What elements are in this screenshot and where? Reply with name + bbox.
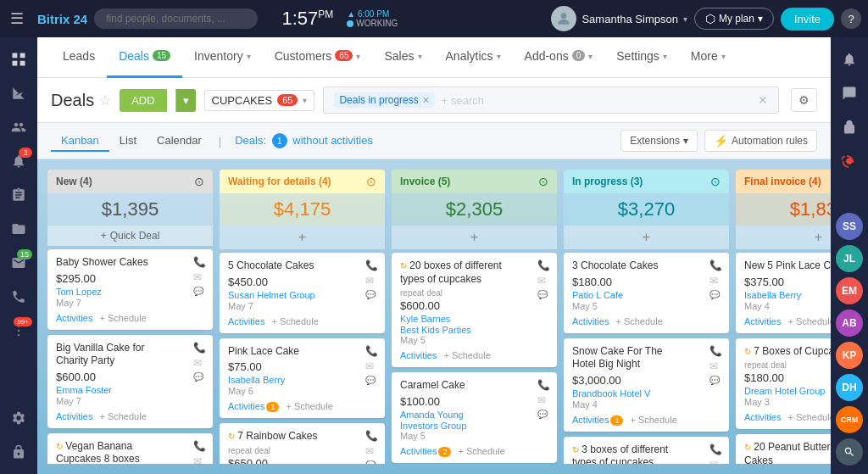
column-header-icon[interactable]: ⊙	[538, 175, 548, 188]
right-avatar-search[interactable]	[836, 438, 863, 466]
sidebar-icon-more[interactable]: 99+	[3, 315, 34, 346]
extensions-button[interactable]: Extensions ▾	[620, 130, 698, 152]
activities-link[interactable]: Activities	[228, 316, 264, 326]
schedule-link[interactable]: + Schedule	[787, 316, 831, 326]
right-avatar-3[interactable]: EM	[836, 277, 863, 304]
tab-kanban[interactable]: Kanban	[51, 131, 109, 152]
schedule-link[interactable]: + Schedule	[458, 446, 504, 456]
activities-link[interactable]: Activities	[744, 412, 781, 422]
search-clear-icon[interactable]: ✕	[758, 93, 768, 107]
schedule-link[interactable]: + Schedule	[99, 313, 146, 323]
schedule-link[interactable]: + Schedule	[787, 412, 831, 422]
column-header-icon[interactable]: ⊙	[710, 175, 721, 188]
nav-item-sales[interactable]: Sales ▾	[372, 37, 433, 78]
column-header-icon[interactable]: ⊙	[366, 175, 376, 188]
user-profile[interactable]: Samantha Simpson ▾	[551, 6, 687, 31]
table-row[interactable]: 📞 ✉ 💬 ↻ 7 Rainbow Cakes repeat deal $650…	[220, 423, 385, 464]
table-row[interactable]: 📞 ✉ 💬 ↻ 20 Peanut Butter Cakes repeat de…	[736, 434, 831, 464]
hamburger-menu-icon[interactable]: ☰	[7, 3, 27, 34]
table-row[interactable]: 📞 ✉ 💬 ↻ 7 Boxes of Cupcakes repeat deal …	[736, 338, 831, 430]
nav-item-leads[interactable]: Leads	[51, 37, 107, 78]
card-person[interactable]: Dream Hotel Group	[744, 386, 831, 396]
add-card-button[interactable]: +	[564, 226, 729, 249]
card-company[interactable]: Investors Group	[400, 421, 548, 431]
phone-icon[interactable]: 📞	[193, 256, 206, 268]
email-icon[interactable]: ✉	[709, 275, 722, 287]
add-card-button[interactable]: +	[392, 226, 557, 249]
add-card-button[interactable]: +	[220, 226, 385, 249]
card-person[interactable]: Isabella Berry	[744, 290, 831, 300]
activities-link[interactable]: Activities	[744, 316, 781, 326]
chat-icon[interactable]: 💬	[709, 376, 722, 385]
schedule-link[interactable]: + Schedule	[630, 415, 676, 425]
chat-icon[interactable]: 💬	[537, 290, 550, 299]
chat-icon[interactable]: 💬	[365, 376, 378, 385]
phone-icon[interactable]: 📞	[537, 379, 550, 391]
right-notification-icon[interactable]	[834, 44, 865, 75]
chat-icon[interactable]: 💬	[709, 290, 722, 299]
card-person[interactable]: Isabella Berry	[228, 375, 376, 385]
schedule-link[interactable]: + Schedule	[615, 316, 662, 326]
phone-icon[interactable]: 📞	[537, 259, 550, 271]
card-person[interactable]: Kyle Barnes	[400, 314, 548, 324]
table-row[interactable]: 📞 ✉ 💬 Snow Cake For The Hotel Big Night …	[564, 338, 729, 432]
right-avatar-6[interactable]: DH	[836, 374, 863, 401]
sidebar-icon-drive[interactable]	[3, 214, 34, 244]
email-icon[interactable]: ✉	[193, 271, 206, 283]
email-icon[interactable]: ✉	[709, 459, 722, 464]
activities-link[interactable]: Activities1	[228, 401, 279, 411]
sidebar-icon-settings[interactable]	[3, 403, 34, 433]
automation-rules-button[interactable]: ⚡ Automation rules	[704, 130, 817, 152]
table-row[interactable]: 📞 ✉ 💬 ↻ 3 boxes of different types of cu…	[564, 437, 729, 464]
table-row[interactable]: 📞 ✉ 💬 New 5 Pink Lace Cake $375.00 Isabe…	[736, 253, 831, 333]
chat-icon[interactable]: 💬	[537, 410, 550, 419]
add-button[interactable]: ADD	[120, 89, 166, 112]
nav-item-customers[interactable]: Customers 85 ▾	[263, 37, 373, 78]
card-person[interactable]: Patio L Cafe	[572, 290, 721, 300]
table-row[interactable]: 📞 ✉ 💬 3 Chocolate Cakes $180.00 Patio L …	[564, 253, 729, 333]
sidebar-icon-chart[interactable]	[3, 78, 34, 109]
phone-icon[interactable]: 📞	[365, 259, 378, 271]
right-avatar-crm[interactable]: CRM	[836, 406, 863, 433]
email-icon[interactable]: ✉	[709, 360, 722, 372]
tab-calendar[interactable]: Calendar	[147, 131, 212, 152]
email-icon[interactable]: ✉	[365, 445, 378, 457]
sidebar-icon-tasks[interactable]	[3, 180, 34, 210]
card-person[interactable]: Amanda Young	[400, 410, 548, 420]
add-dropdown-caret[interactable]: ▾	[175, 89, 196, 112]
email-icon[interactable]: ✉	[365, 275, 378, 287]
email-icon[interactable]: ✉	[537, 275, 550, 287]
card-person[interactable]: Tom Lopez	[56, 287, 204, 297]
activities-link[interactable]: Activities	[400, 350, 437, 360]
card-person[interactable]: Susan Helmet Group	[228, 290, 376, 300]
right-avatar-5[interactable]: KP	[836, 342, 863, 369]
right-avatar-1[interactable]: SS	[836, 213, 863, 240]
search-bar[interactable]: Deals in progress ✕ + search ✕	[323, 86, 779, 114]
schedule-link[interactable]: + Schedule	[443, 350, 490, 360]
activities-link[interactable]: Activities	[56, 411, 92, 421]
email-icon[interactable]: ✉	[193, 357, 206, 369]
deals-without-activities-link[interactable]: Deals: 1 without activities	[235, 133, 373, 148]
invite-button[interactable]: Invite	[781, 8, 834, 31]
activities-link[interactable]: Activities	[56, 313, 92, 323]
schedule-link[interactable]: + Schedule	[271, 316, 318, 326]
phone-icon[interactable]: 📞	[709, 345, 722, 357]
chat-icon[interactable]: 💬	[193, 287, 206, 296]
table-row[interactable]: 📞 ✉ 💬 5 Chocolate Cakes $450.00 Susan He…	[220, 253, 385, 333]
right-avatar-2[interactable]: JL	[836, 245, 863, 272]
phone-icon[interactable]: 📞	[193, 342, 206, 354]
add-card-button[interactable]: +	[736, 226, 831, 249]
activities-link[interactable]: Activities	[572, 316, 609, 326]
right-chat-icon[interactable]	[834, 78, 865, 109]
card-person[interactable]: Brandbook Hotel V	[572, 388, 721, 399]
help-button[interactable]: ?	[841, 8, 861, 29]
table-row[interactable]: 📞 ✉ 💬 ↻ Vegan Banana Cupcakes 8 boxes re…	[47, 433, 213, 464]
nav-item-deals[interactable]: Deals 15	[107, 37, 182, 78]
nav-item-analytics[interactable]: Analytics ▾	[434, 37, 513, 78]
activities-link[interactable]: Activities2	[400, 446, 451, 456]
table-row[interactable]: 📞 ✉ 💬 Big Vanilla Cake for Charity Party…	[47, 335, 213, 428]
phone-icon[interactable]: 📞	[193, 440, 206, 452]
nav-item-inventory[interactable]: Inventory ▾	[182, 37, 263, 78]
quick-deal-button[interactable]: + Quick Deal	[47, 226, 213, 246]
chat-icon[interactable]: 💬	[365, 460, 378, 464]
